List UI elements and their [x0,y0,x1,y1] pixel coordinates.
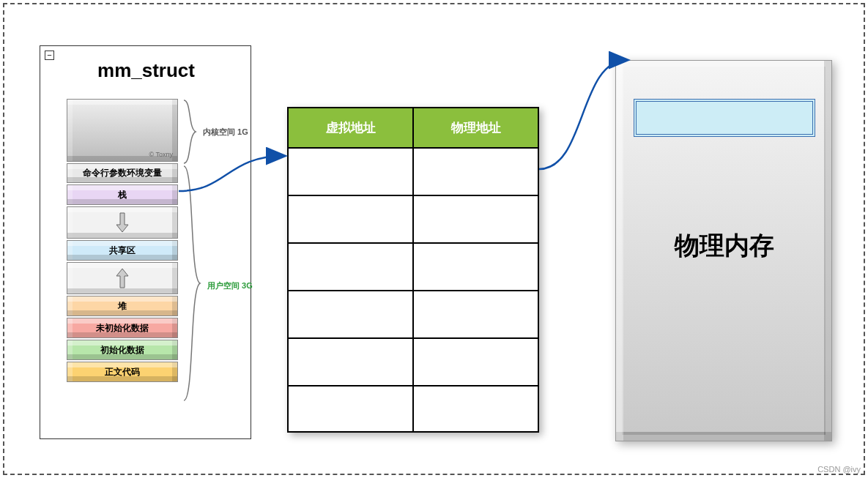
page-table-body [289,147,538,433]
brace-kernel-icon [181,99,201,165]
brace-user-icon [181,165,204,402]
table-cell [414,386,538,433]
physical-memory-panel: 物理内存 [615,60,832,441]
physical-page-frame [634,99,815,137]
init-data-block: 初始化数据 [67,340,178,360]
text-code-block: 正文代码 [67,362,178,382]
table-row [289,290,538,337]
arrow-up-icon [116,267,129,289]
table-cell [414,196,538,242]
page-table: 虚拟地址 物理地址 [287,107,539,433]
table-row [289,195,538,242]
heap-grow-up-block [67,262,178,294]
table-cell [289,339,414,385]
table-row [289,385,538,433]
table-cell [414,339,538,385]
table-cell [289,244,414,290]
mm-struct-panel: − mm_struct © Toxny 命令行参数环境变量 栈 共享区 堆 未初… [40,45,251,439]
stack-block: 栈 [67,184,178,205]
table-cell [289,291,414,337]
memory-layout-stack: © Toxny 命令行参数环境变量 栈 共享区 堆 未初始化数据 初始化数据 正… [67,99,178,384]
arrow-down-icon [116,212,129,234]
table-row [289,147,538,195]
table-cell [289,149,414,195]
kernel-space-block: © Toxny [67,99,178,162]
user-brace-label: 用户空间 3G [207,280,253,291]
kernel-brace-label: 内核空间 1G [203,127,248,138]
table-cell [414,244,538,290]
mm-struct-title: mm_struct [40,59,252,82]
header-physical-address: 物理地址 [414,108,538,147]
table-cell [289,196,414,242]
table-row [289,242,538,290]
physical-memory-title: 物理内存 [616,229,833,263]
table-row [289,337,538,385]
table-cell [414,291,538,337]
page-table-header: 虚拟地址 物理地址 [289,108,538,147]
footer-watermark: CSDN @ivy [817,465,861,474]
table-cell [289,386,414,433]
stack-grow-down-block [67,206,178,239]
uninit-data-block: 未初始化数据 [67,318,178,338]
cmdline-env-block: 命令行参数环境变量 [67,163,178,183]
header-virtual-address: 虚拟地址 [289,108,414,147]
heap-block: 堆 [67,296,178,316]
table-cell [414,149,538,195]
image-watermark: © Toxny [149,151,173,158]
shared-block: 共享区 [67,240,178,261]
